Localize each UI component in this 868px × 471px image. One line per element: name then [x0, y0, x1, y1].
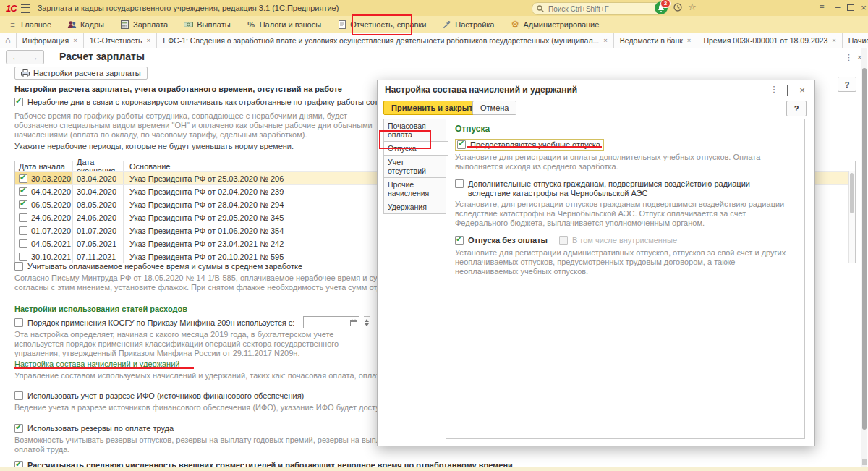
- intra-shift-label: В том числе внутрисменные: [572, 236, 677, 245]
- reserves-checkbox-row[interactable]: Использовать резервы по оплате труда: [14, 424, 174, 433]
- menu-item-administration[interactable]: ⚙ Администрирование: [502, 16, 607, 33]
- cell-end: 01.07.2020: [73, 224, 124, 237]
- dialog-more-icon[interactable]: ⋮: [769, 85, 779, 94]
- tab-label: ЕФС-1: Сведения о заработной плате и усл…: [163, 36, 599, 45]
- dialog-tab-hourly[interactable]: Почасовая оплата: [383, 119, 446, 142]
- 1c-logo: 1С: [6, 3, 17, 14]
- menu-item-settings[interactable]: Настройка: [434, 16, 502, 33]
- menu-label: Выплаты: [197, 20, 230, 29]
- app-title: Зарплата и кадры государственного учрежд…: [38, 4, 339, 12]
- menu-label: Кадры: [80, 20, 104, 29]
- cell-end: 24.06.2020: [73, 211, 124, 224]
- row-checkbox[interactable]: [19, 213, 27, 222]
- dialog-tab-other-accruals[interactable]: Прочие начисления: [383, 177, 446, 200]
- history-icon[interactable]: [673, 2, 683, 12]
- back-button[interactable]: ←: [6, 50, 25, 64]
- dialog-restore-icon[interactable]: [783, 86, 793, 95]
- home-tab[interactable]: ⌂: [0, 33, 17, 48]
- main-menu-icon[interactable]: [21, 4, 30, 13]
- print-settings-button[interactable]: Настройки расчета зарплаты: [14, 67, 148, 80]
- table-scrollbar[interactable]: [848, 171, 855, 263]
- row-checkbox[interactable]: [19, 200, 27, 209]
- unpaid-leave-checkbox-row[interactable]: Отпуска без оплаты В том числе внутрисме…: [455, 236, 796, 245]
- dialog-tab-deductions[interactable]: Удержания: [383, 200, 446, 214]
- close-tab-icon[interactable]: ×: [832, 36, 836, 44]
- checkbox-checked-icon: [457, 140, 466, 149]
- row-checkbox[interactable]: [19, 253, 27, 261]
- tab-bank-statements[interactable]: Ведомости в банк×: [614, 33, 698, 48]
- settings-intro-heading: Настройки расчета зарплаты, учета отрабо…: [14, 85, 342, 93]
- close-tab-icon[interactable]: ×: [687, 36, 692, 44]
- dialog-tab-absences[interactable]: Учет отсутствий: [383, 155, 446, 178]
- menu-item-taxes[interactable]: % Налоги и взносы: [239, 16, 330, 33]
- close-window-icon[interactable]: ×: [858, 1, 868, 13]
- menu-item-main[interactable]: ≡ Главное: [0, 16, 59, 33]
- periods-hint: Укажите нерабочие периоды, которые не бу…: [14, 142, 294, 151]
- form-more-icon[interactable]: ⋮: [845, 53, 853, 62]
- study-leave-checkbox-row[interactable]: Предоставляются учебные отпуска: [455, 139, 796, 151]
- checkbox-checked-icon: [14, 424, 23, 433]
- checkbox-checked-icon: [14, 98, 23, 106]
- people-icon: [67, 20, 77, 29]
- cancel-button[interactable]: Отмена: [472, 101, 516, 115]
- row-checkbox[interactable]: [19, 187, 27, 196]
- cell-start: 24.06.2020: [31, 213, 71, 222]
- percent-icon: %: [247, 20, 256, 29]
- tab-label: Информация: [22, 36, 69, 45]
- checkbox-icon: [14, 391, 23, 400]
- calendar-icon[interactable]: [350, 319, 357, 326]
- dialog-tab-vacations[interactable]: Отпуска: [383, 141, 448, 156]
- kosgu-date-field[interactable]: [305, 318, 349, 328]
- cell-end: 07.05.2021: [73, 237, 124, 250]
- accruals-composition-link[interactable]: Настройка состава начислений и удержаний: [14, 360, 180, 368]
- minimize-icon[interactable]: –: [832, 1, 843, 13]
- covid-days-checkbox-row[interactable]: Нерабочие дни в связи с коронавирусом оп…: [14, 98, 408, 106]
- checkbox-icon: [455, 179, 464, 188]
- page-scrollbar-end[interactable]: [862, 459, 867, 465]
- form-help-button[interactable]: ?: [838, 77, 856, 92]
- cell-start: 30.03.2020: [31, 174, 71, 183]
- menu-item-hr[interactable]: Кадры: [59, 16, 112, 33]
- covid-note: Рабочее время по графику работы сотрудни…: [14, 111, 380, 140]
- restore-icon[interactable]: [845, 1, 856, 13]
- table-scrollbar-thumb[interactable]: [850, 173, 854, 213]
- favorites-star-icon[interactable]: ☆: [688, 1, 697, 12]
- tab-label: Ведомости в банк: [620, 36, 683, 45]
- average-earnings-label: Учитывать оплачиваемое нерабочее время и…: [27, 262, 302, 271]
- global-search[interactable]: [532, 2, 663, 15]
- close-tab-icon[interactable]: ×: [73, 36, 77, 44]
- col-header-end[interactable]: Дата окончания: [73, 161, 124, 171]
- close-tab-icon[interactable]: ×: [603, 36, 608, 44]
- dialog-tab-content: Отпуска Предоставляются учебные отпуска …: [446, 119, 805, 439]
- tab-efs1[interactable]: ЕФС-1: Сведения о заработной плате и усл…: [157, 33, 614, 48]
- page-scrollbar[interactable]: [861, 48, 867, 467]
- tab-1c-reporting[interactable]: 1С-Отчетность×: [84, 33, 157, 48]
- menu-item-salary[interactable]: Зарплата: [112, 16, 176, 33]
- close-tab-icon[interactable]: ×: [147, 36, 151, 44]
- menu-item-payments[interactable]: Выплаты: [176, 16, 238, 33]
- window-menu-icon[interactable]: ≡: [816, 1, 827, 13]
- dialog-close-icon[interactable]: ×: [797, 85, 807, 96]
- kosgu-date-input[interactable]: [303, 316, 359, 328]
- apply-and-close-button[interactable]: Применить и закрыть: [383, 101, 485, 115]
- search-input[interactable]: [547, 4, 644, 14]
- average-earnings-checkbox-row[interactable]: Учитывать оплачиваемое нерабочее время и…: [14, 262, 302, 271]
- tab-accruals[interactable]: Начисления×: [843, 33, 868, 48]
- date-spinner[interactable]: [364, 316, 370, 328]
- chernobyl-checkbox-row[interactable]: Дополнительные отпуска гражданам, подвер…: [455, 179, 796, 198]
- menu-item-reports[interactable]: Отчетность, справки: [329, 16, 434, 33]
- kosgu-checkbox-row[interactable]: Порядок применения КОСГУ по Приказу Минф…: [14, 316, 370, 328]
- dialog-help-button[interactable]: ?: [786, 101, 807, 116]
- ifo-checkbox-row[interactable]: Использовать учет в разрезе ИФО (источни…: [14, 391, 304, 400]
- menu-label: Отчетность, справки: [350, 20, 426, 29]
- forward-button[interactable]: →: [25, 50, 44, 64]
- tab-premium-doc[interactable]: Премия 003К-000001 от 18.09.2023×: [697, 33, 842, 48]
- notifications-bell-icon[interactable]: 2: [655, 1, 668, 14]
- page-scrollbar-thumb[interactable]: [862, 68, 867, 430]
- col-header-start[interactable]: Дата начала: [15, 161, 73, 171]
- row-checkbox[interactable]: [19, 226, 27, 235]
- tab-information[interactable]: Информация×: [17, 33, 84, 48]
- row-checkbox[interactable]: [19, 239, 27, 248]
- page-title: Расчет зарплаты: [59, 51, 145, 62]
- row-checkbox[interactable]: [19, 174, 27, 183]
